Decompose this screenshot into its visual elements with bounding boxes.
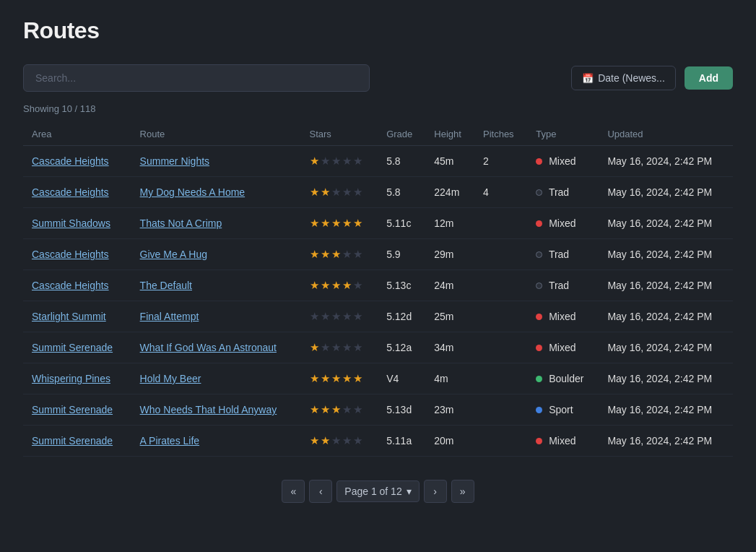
- star-icon: ★: [310, 217, 319, 230]
- cell-pitches: [474, 363, 527, 394]
- showing-count: Showing 10 / 118: [23, 103, 733, 114]
- cell-grade: V4: [378, 363, 425, 394]
- star-icon: ★: [331, 434, 341, 447]
- cell-pitches: [474, 239, 527, 270]
- cell-grade: 5.11a: [378, 426, 425, 457]
- cell-route: Summer Nights: [131, 146, 301, 177]
- cell-height: 23m: [425, 394, 474, 426]
- cell-area: Summit Serenade: [23, 426, 131, 457]
- table-header: Area Route Stars Grade Height Pitches Ty…: [23, 123, 733, 146]
- calendar-icon: 📅: [582, 73, 594, 84]
- star-icon: ★: [353, 403, 362, 416]
- star-icon: ★: [310, 341, 319, 354]
- route-link[interactable]: What If God Was An Astronaut: [140, 342, 277, 353]
- route-link[interactable]: Thats Not A Crimp: [140, 217, 222, 229]
- route-link[interactable]: The Default: [140, 280, 192, 291]
- table-row: Cascade Heights The Default ★★★★★ 5.13c …: [23, 270, 733, 301]
- star-icon: ★: [342, 403, 352, 416]
- prev-page-button[interactable]: ‹: [309, 480, 332, 503]
- star-icon: ★: [353, 248, 362, 261]
- last-page-button[interactable]: »: [451, 480, 474, 503]
- add-button[interactable]: Add: [685, 66, 733, 90]
- star-icon: ★: [310, 310, 319, 323]
- star-icon: ★: [321, 434, 330, 447]
- route-link[interactable]: My Dog Needs A Home: [140, 186, 246, 198]
- cell-grade: 5.13d: [378, 394, 425, 426]
- area-link[interactable]: Summit Serenade: [32, 435, 113, 447]
- area-link[interactable]: Summit Serenade: [32, 342, 113, 353]
- cell-grade: 5.12d: [378, 301, 425, 332]
- page-selector[interactable]: Page 1 of 12 ▾: [336, 480, 419, 502]
- cell-stars: ★★★★★: [301, 239, 378, 270]
- col-updated: Updated: [599, 123, 733, 146]
- cell-updated: May 16, 2024, 2:42 PM: [599, 426, 733, 457]
- cell-stars: ★★★★★: [301, 363, 378, 394]
- star-icon: ★: [342, 186, 352, 199]
- cell-route: Final Attempt: [131, 301, 301, 332]
- route-link[interactable]: Hold My Beer: [140, 373, 201, 384]
- cell-type: Trad: [527, 270, 599, 301]
- cell-type: Mixed: [527, 208, 599, 239]
- star-icon: ★: [310, 372, 319, 385]
- cell-updated: May 16, 2024, 2:42 PM: [599, 146, 733, 177]
- cell-type: Sport: [527, 394, 599, 426]
- area-link[interactable]: Summit Serenade: [32, 404, 113, 415]
- cell-grade: 5.13c: [378, 270, 425, 301]
- cell-area: Whispering Pines: [23, 363, 131, 394]
- star-icon: ★: [321, 217, 330, 230]
- table-row: Cascade Heights Summer Nights ★★★★★ 5.8 …: [23, 146, 733, 177]
- cell-area: Summit Serenade: [23, 332, 131, 363]
- cell-height: 4m: [425, 363, 474, 394]
- star-icon: ★: [321, 279, 330, 292]
- area-link[interactable]: Cascade Heights: [32, 280, 109, 291]
- star-icon: ★: [331, 217, 341, 230]
- area-link[interactable]: Summit Shadows: [32, 217, 110, 229]
- cell-height: 224m: [425, 177, 474, 208]
- col-type: Type: [527, 123, 599, 146]
- table-row: Summit Serenade A Pirates Life ★★★★★ 5.1…: [23, 426, 733, 457]
- first-page-button[interactable]: «: [282, 480, 305, 503]
- type-dot: [536, 345, 542, 351]
- col-grade: Grade: [378, 123, 425, 146]
- sort-button[interactable]: 📅 Date (Newes...: [571, 66, 676, 90]
- star-icon: ★: [331, 186, 341, 199]
- cell-grade: 5.12a: [378, 332, 425, 363]
- cell-grade: 5.11c: [378, 208, 425, 239]
- cell-pitches: 2: [474, 146, 527, 177]
- route-link[interactable]: Final Attempt: [140, 311, 199, 322]
- cell-updated: May 16, 2024, 2:42 PM: [599, 332, 733, 363]
- route-link[interactable]: A Pirates Life: [140, 435, 200, 447]
- star-icon: ★: [342, 341, 352, 354]
- star-icon: ★: [331, 403, 341, 416]
- area-link[interactable]: Whispering Pines: [32, 373, 110, 384]
- route-link[interactable]: Summer Nights: [140, 155, 209, 167]
- area-link[interactable]: Cascade Heights: [32, 249, 109, 260]
- star-icon: ★: [342, 248, 352, 261]
- star-icon: ★: [331, 310, 341, 323]
- search-input[interactable]: [23, 64, 370, 92]
- cell-area: Cascade Heights: [23, 146, 131, 177]
- type-label: Trad: [549, 249, 569, 260]
- cell-route: The Default: [131, 270, 301, 301]
- cell-pitches: [474, 270, 527, 301]
- table-row: Whispering Pines Hold My Beer ★★★★★ V4 4…: [23, 363, 733, 394]
- routes-table: Area Route Stars Grade Height Pitches Ty…: [23, 123, 733, 457]
- area-link[interactable]: Cascade Heights: [32, 186, 109, 198]
- cell-route: Give Me A Hug: [131, 239, 301, 270]
- cell-pitches: 4: [474, 177, 527, 208]
- route-link[interactable]: Give Me A Hug: [140, 249, 207, 260]
- cell-updated: May 16, 2024, 2:42 PM: [599, 270, 733, 301]
- area-link[interactable]: Cascade Heights: [32, 155, 109, 167]
- type-dot: [536, 158, 542, 165]
- route-link[interactable]: Who Needs That Hold Anyway: [140, 404, 277, 415]
- col-pitches: Pitches: [474, 123, 527, 146]
- area-link[interactable]: Starlight Summit: [32, 311, 106, 322]
- cell-type: Mixed: [527, 301, 599, 332]
- cell-grade: 5.8: [378, 177, 425, 208]
- table-row: Summit Shadows Thats Not A Crimp ★★★★★ 5…: [23, 208, 733, 239]
- star-icon: ★: [321, 155, 330, 168]
- type-dot: [536, 189, 542, 196]
- type-dot: [536, 251, 542, 258]
- star-icon: ★: [342, 372, 352, 385]
- next-page-button[interactable]: ›: [424, 480, 447, 503]
